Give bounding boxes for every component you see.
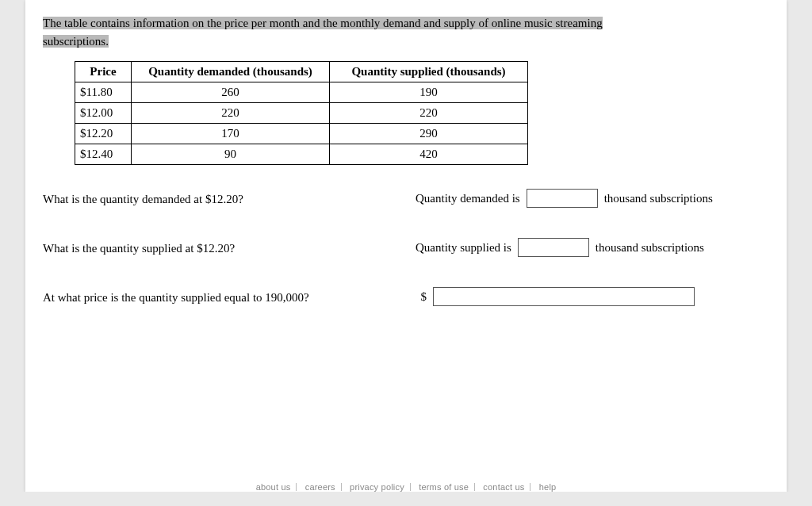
q1-answer: Quantity demanded is thousand subscripti… xyxy=(416,189,713,208)
table-row: $12.20 170 290 xyxy=(75,124,528,144)
question-2: What is the quantity supplied at $12.20?… xyxy=(43,238,769,257)
cell-qs: 420 xyxy=(330,144,528,165)
cell-qd: 260 xyxy=(132,82,330,103)
q1-prefix: Quantity demanded is xyxy=(416,192,520,205)
cell-qd: 170 xyxy=(132,124,330,144)
intro-line2: subscriptions. xyxy=(43,35,109,48)
cell-qd: 220 xyxy=(132,103,330,124)
footer-privacy[interactable]: privacy policy xyxy=(350,482,404,492)
footer-links: about us careers privacy policy terms of… xyxy=(25,482,787,492)
q2-answer: Quantity supplied is thousand subscripti… xyxy=(416,238,704,257)
footer-about[interactable]: about us xyxy=(256,482,291,492)
supply-demand-table: Price Quantity demanded (thousands) Quan… xyxy=(75,61,528,165)
q1-suffix: thousand subscriptions xyxy=(604,192,713,205)
cell-qs: 220 xyxy=(330,103,528,124)
question-sheet: The table contains information on the pr… xyxy=(25,0,787,492)
cell-qs: 290 xyxy=(330,124,528,144)
q1-text: What is the quantity demanded at $12.20? xyxy=(43,191,416,206)
footer-help[interactable]: help xyxy=(539,482,557,492)
intro-text: The table contains information on the pr… xyxy=(43,14,769,50)
col-price: Price xyxy=(75,62,132,82)
intro-line1: The table contains information on the pr… xyxy=(43,17,603,29)
q2-text: What is the quantity supplied at $12.20? xyxy=(43,240,416,255)
table-header-row: Price Quantity demanded (thousands) Quan… xyxy=(75,62,528,82)
q3-answer: $ xyxy=(416,287,695,306)
cell-price: $11.80 xyxy=(75,82,132,103)
table-row: $12.00 220 220 xyxy=(75,103,528,124)
cell-qd: 90 xyxy=(132,144,330,165)
cell-price: $12.40 xyxy=(75,144,132,165)
q3-input[interactable] xyxy=(433,287,695,306)
cell-qs: 190 xyxy=(330,82,528,103)
q3-text: At what price is the quantity supplied e… xyxy=(43,289,416,305)
col-quantity-demanded: Quantity demanded (thousands) xyxy=(132,62,330,82)
question-3: At what price is the quantity supplied e… xyxy=(43,287,769,306)
q1-input[interactable] xyxy=(527,189,598,208)
footer-terms[interactable]: terms of use xyxy=(419,482,469,492)
q2-input[interactable] xyxy=(518,238,589,257)
question-1: What is the quantity demanded at $12.20?… xyxy=(43,189,769,208)
cell-price: $12.20 xyxy=(75,124,132,144)
footer-contact[interactable]: contact us xyxy=(483,482,524,492)
col-quantity-supplied: Quantity supplied (thousands) xyxy=(330,62,528,82)
q3-prefix: $ xyxy=(416,290,427,304)
cell-price: $12.00 xyxy=(75,103,132,124)
table-row: $12.40 90 420 xyxy=(75,144,528,165)
q2-prefix: Quantity supplied is xyxy=(416,241,511,255)
table-row: $11.80 260 190 xyxy=(75,82,528,103)
footer-careers[interactable]: careers xyxy=(305,482,335,492)
q2-suffix: thousand subscriptions xyxy=(596,241,704,255)
